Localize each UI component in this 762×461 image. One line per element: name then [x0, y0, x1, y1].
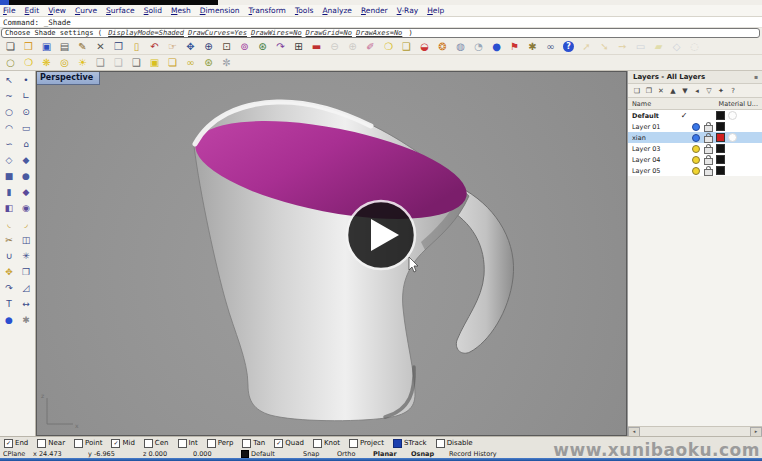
vray-option-1-icon[interactable]: ➚: [578, 38, 595, 55]
layer-color-cell[interactable]: [714, 166, 726, 175]
move-tool-icon[interactable]: ✥: [0, 264, 18, 280]
osnap-project-checkbox[interactable]: [349, 439, 358, 448]
layer-color-cell[interactable]: [714, 155, 726, 164]
text-tool-icon[interactable]: T: [0, 296, 18, 312]
scroll-left-icon[interactable]: ◂: [628, 427, 640, 437]
collapse-layers-icon[interactable]: ◂: [691, 85, 703, 96]
osnap-near[interactable]: Near: [37, 439, 65, 448]
current-layer-cell[interactable]: ✓: [678, 111, 690, 120]
zoom-icon[interactable]: ⊕: [200, 38, 217, 55]
unlock-layer-icon[interactable]: ❑: [110, 54, 127, 71]
layer-lock-cell[interactable]: [702, 122, 714, 132]
column-material[interactable]: Material U...: [719, 100, 758, 108]
properties-icon[interactable]: ✎: [74, 38, 91, 55]
osnap-knot-checkbox[interactable]: [313, 439, 322, 448]
box-tool-icon[interactable]: ■: [0, 168, 18, 184]
layer-color-cell[interactable]: [714, 122, 726, 131]
command-option-drawcurves[interactable]: DrawCurves=Yes: [188, 29, 247, 37]
osnap-perp[interactable]: Perp: [207, 439, 234, 448]
osnap-point[interactable]: Point: [74, 439, 102, 448]
wireframe-viewport-icon[interactable]: ◍: [452, 38, 469, 55]
lock-icon[interactable]: [704, 169, 713, 176]
osnap-int[interactable]: Int: [178, 439, 198, 448]
osnap-perp-checkbox[interactable]: [207, 439, 216, 448]
lightbulb-icon[interactable]: [692, 123, 700, 131]
material-sphere-icon[interactable]: [728, 111, 737, 120]
zoom-window-icon[interactable]: ⊡: [218, 38, 235, 55]
lock-others-icon[interactable]: ❑: [128, 54, 145, 71]
layer-row-default[interactable]: Default✓: [628, 110, 762, 121]
vray-option-7-icon[interactable]: ◌: [686, 38, 703, 55]
paste-icon[interactable]: ▯: [128, 38, 145, 55]
layer-visibility-cell[interactable]: [690, 156, 702, 164]
osnap-tan-checkbox[interactable]: [242, 439, 251, 448]
copy-tool-icon[interactable]: ❐: [17, 264, 35, 280]
layer-visibility-cell[interactable]: [690, 123, 702, 131]
layer-color-swatch[interactable]: [716, 111, 725, 120]
move-icon[interactable]: ✥: [182, 38, 199, 55]
command-option-displaymode[interactable]: DisplayMode=Shaded: [108, 29, 184, 37]
status-record-history[interactable]: Record History: [449, 450, 529, 458]
arc-tool-icon[interactable]: ◠: [0, 120, 18, 136]
chamfer-tool-icon[interactable]: ◞: [17, 216, 35, 232]
osnap-cen-checkbox[interactable]: [144, 439, 153, 448]
osnap-project[interactable]: Project: [349, 439, 384, 448]
print-icon[interactable]: ▤: [56, 38, 73, 55]
annotate-icon[interactable]: ✐: [362, 38, 379, 55]
menu-curve[interactable]: Curve: [75, 6, 97, 15]
vray-option-6-icon[interactable]: ◇: [668, 38, 685, 55]
layer-color-cell[interactable]: [714, 144, 726, 153]
vray-option-5-icon[interactable]: ▰: [650, 38, 667, 55]
named-views-icon[interactable]: ▬: [308, 38, 325, 55]
zoom-selected-icon[interactable]: ⊚: [236, 38, 253, 55]
loft-tool-icon[interactable]: ◆: [17, 152, 35, 168]
menu-edit[interactable]: Edit: [25, 6, 40, 15]
move-layer-down-icon[interactable]: ▼: [679, 85, 691, 96]
link-icon[interactable]: ∞: [542, 38, 559, 55]
vray-option-4-icon[interactable]: ▭: [632, 38, 649, 55]
layer-state-off-icon[interactable]: ○: [2, 54, 19, 71]
osnap-knot[interactable]: Knot: [313, 439, 340, 448]
circle-tool-icon[interactable]: ○: [0, 104, 18, 120]
osnap-disable-checkbox[interactable]: [436, 439, 445, 448]
status-cplane[interactable]: CPlane: [3, 450, 33, 458]
menu-analyze[interactable]: Analyze: [322, 6, 352, 15]
delete-layer-icon[interactable]: ✕: [655, 85, 667, 96]
layer-color-cell[interactable]: [714, 133, 726, 142]
split-tool-icon[interactable]: ◫: [17, 232, 35, 248]
menu-transform[interactable]: Transform: [249, 6, 286, 15]
menu-view[interactable]: View: [48, 6, 66, 15]
osnap-mid[interactable]: ✓Mid: [111, 439, 134, 448]
osnap-point-checkbox[interactable]: [74, 439, 83, 448]
lightbulb-icon[interactable]: [692, 167, 700, 175]
layer-color-cell[interactable]: [714, 111, 726, 120]
layers-horizontal-scrollbar[interactable]: ◂ ▸: [628, 426, 762, 436]
delete-icon[interactable]: ✕: [92, 38, 109, 55]
column-name[interactable]: Name: [632, 100, 651, 108]
osnap-int-checkbox[interactable]: [178, 439, 187, 448]
scroll-right-icon[interactable]: ▸: [750, 427, 762, 437]
lightbulb-icon[interactable]: [692, 134, 700, 142]
rectangle-tool-icon[interactable]: ▭: [17, 120, 35, 136]
layer-row-xian[interactable]: xian: [628, 132, 762, 143]
lock-layer-icon[interactable]: ❑: [92, 54, 109, 71]
link-layer-bulbs-icon[interactable]: ∞: [182, 54, 199, 71]
layer-lock-cell[interactable]: [702, 144, 714, 154]
point-tool-icon[interactable]: •: [17, 72, 35, 88]
status-z[interactable]: z 0.000: [143, 450, 193, 458]
trim-tool-icon[interactable]: ✂: [0, 232, 18, 248]
menu-render[interactable]: Render: [361, 6, 388, 15]
status-y[interactable]: y -6.965: [88, 450, 143, 458]
move-layer-up-icon[interactable]: ▲: [667, 85, 679, 96]
layer-color-swatch[interactable]: [716, 166, 725, 175]
status-planar[interactable]: Planar: [373, 450, 411, 458]
layer-color-swatch[interactable]: [716, 144, 725, 153]
panel-menu-icon[interactable]: ▪: [754, 71, 758, 83]
flag-icon[interactable]: ⚑: [506, 38, 523, 55]
lock-icon[interactable]: [704, 147, 713, 154]
layer-color-swatch[interactable]: [716, 133, 725, 142]
display-bulb-icon[interactable]: ❍: [380, 38, 397, 55]
help-icon[interactable]: ?: [560, 38, 577, 55]
filter-layers-icon[interactable]: ▽: [703, 85, 715, 96]
osnap-quad-checkbox[interactable]: ✓: [274, 439, 283, 448]
